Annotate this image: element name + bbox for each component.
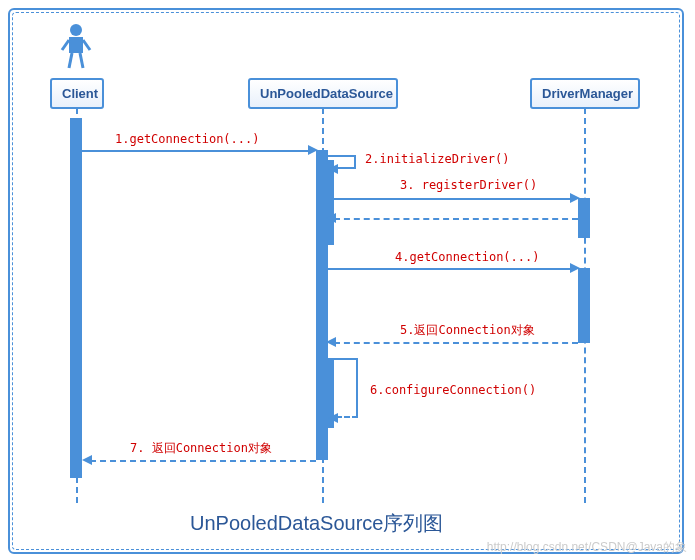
- message-1-head: [308, 145, 318, 155]
- participant-datasource: UnPooledDataSource: [248, 78, 398, 109]
- activation-client: [70, 118, 82, 478]
- message-4-arrow: [328, 268, 574, 270]
- message-1-arrow: [82, 150, 310, 152]
- message-2-label: 2.initializeDriver(): [365, 152, 510, 166]
- message-3-return-head: [326, 213, 336, 223]
- message-2-head: [328, 164, 338, 174]
- watermark-text: http://blog.csdn.net/CSDN@Java的象: [487, 539, 687, 556]
- actor-icon: [58, 22, 94, 70]
- message-4-label: 4.getConnection(...): [395, 250, 540, 264]
- message-3-head: [570, 193, 580, 203]
- message-7-arrow: [90, 460, 316, 462]
- activation-drivermanager-1: [578, 198, 590, 238]
- svg-line-4: [69, 53, 72, 68]
- message-1-label: 1.getConnection(...): [115, 132, 260, 146]
- message-6-label: 6.configureConnection(): [370, 383, 536, 397]
- svg-point-0: [70, 24, 82, 36]
- message-3-arrow: [334, 198, 574, 200]
- message-6-self-call: [328, 358, 358, 418]
- svg-line-3: [83, 40, 90, 50]
- message-3-label: 3. registerDriver(): [400, 178, 537, 192]
- message-6-head: [328, 413, 338, 423]
- svg-line-2: [62, 40, 69, 50]
- diagram-title: UnPooledDataSource序列图: [190, 510, 443, 537]
- message-5-arrow: [334, 342, 578, 344]
- participant-client: Client: [50, 78, 104, 109]
- participant-drivermanager: DriverManager: [530, 78, 640, 109]
- message-7-label: 7. 返回Connection对象: [130, 440, 272, 457]
- message-7-head: [82, 455, 92, 465]
- activation-drivermanager-2: [578, 268, 590, 343]
- svg-rect-1: [69, 37, 83, 53]
- message-4-head: [570, 263, 580, 273]
- svg-line-5: [80, 53, 83, 68]
- message-5-label: 5.返回Connection对象: [400, 322, 535, 339]
- message-3-return: [334, 218, 578, 220]
- message-5-head: [326, 337, 336, 347]
